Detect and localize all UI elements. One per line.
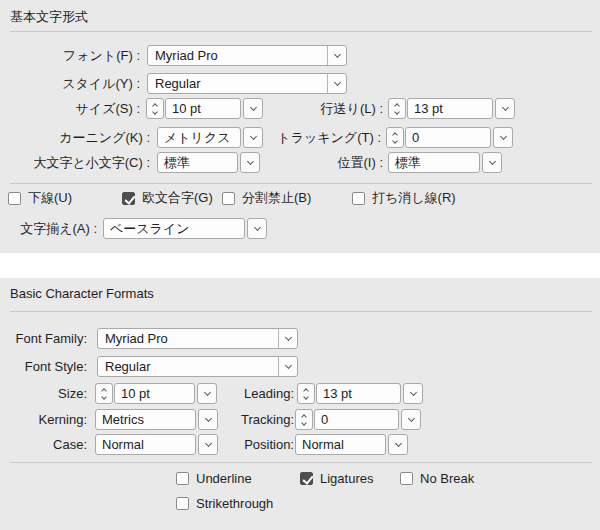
en-no-break-checkbox[interactable]: No Break: [400, 470, 474, 486]
chevron-down-icon: [284, 334, 291, 341]
jp-style-row: スタイル(Y) : Regular: [0, 73, 600, 94]
jp-leading-spinner[interactable]: [388, 98, 406, 119]
jp-position-dropdown-button[interactable]: [482, 152, 502, 173]
jp-underline-checkbox[interactable]: 下線(U): [8, 190, 72, 206]
jp-size-spinner[interactable]: [146, 98, 164, 119]
jp-position-select[interactable]: 標準: [388, 152, 502, 173]
checkbox-label[interactable]: Underline: [196, 471, 252, 486]
jp-align-value[interactable]: ベースライン: [103, 218, 245, 239]
en-leading-spinner[interactable]: [297, 383, 315, 404]
checkbox-box[interactable]: [300, 472, 313, 485]
spinner-up-icon[interactable]: [101, 388, 107, 394]
jp-leading-dropdown-button[interactable]: [495, 98, 515, 119]
en-ligatures-checkbox[interactable]: Ligatures: [300, 470, 373, 486]
en-checkbox-row-2: Strikethrough: [0, 495, 600, 511]
en-position-dropdown-button[interactable]: [388, 434, 408, 455]
checkbox-label[interactable]: 欧文合字(G): [142, 189, 213, 207]
en-size-spinner[interactable]: [95, 383, 113, 404]
spinner-down-icon[interactable]: [152, 109, 158, 115]
en-size-input[interactable]: 10 pt: [114, 383, 195, 404]
chevron-down-icon: [333, 79, 340, 86]
jp-case-row: 大文字と小文字(C) : 標準 位置(I) : 標準: [0, 152, 600, 173]
spinner-up-icon[interactable]: [392, 132, 398, 138]
checkbox-box[interactable]: [222, 192, 235, 205]
jp-leading-spincombo[interactable]: 13 pt: [388, 98, 515, 119]
en-leading-input[interactable]: 13 pt: [316, 383, 401, 404]
jp-strikethrough-checkbox[interactable]: 打ち消し線(R): [352, 190, 456, 206]
en-underline-checkbox[interactable]: Underline: [176, 470, 252, 486]
jp-tracking-spinner[interactable]: [386, 127, 404, 148]
checkbox-box[interactable]: [352, 192, 365, 205]
en-kerning-value[interactable]: Metrics: [95, 409, 196, 430]
en-font-style-value[interactable]: Regular: [98, 357, 278, 376]
spinner-up-icon[interactable]: [152, 103, 158, 109]
checkbox-label[interactable]: 下線(U): [28, 189, 72, 207]
en-tracking-label: Tracking:: [200, 409, 294, 430]
checkbox-label[interactable]: Ligatures: [320, 471, 373, 486]
separator: [10, 31, 592, 32]
checkbox-box[interactable]: [8, 192, 21, 205]
separator: [10, 183, 592, 184]
en-position-value[interactable]: Normal: [295, 434, 386, 455]
checkbox-box[interactable]: [176, 497, 189, 510]
en-strikethrough-checkbox[interactable]: Strikethrough: [176, 495, 273, 511]
en-case-value[interactable]: Normal: [95, 434, 196, 455]
jp-kerning-row: カーニング(K) : メトリクス トラッキング(T) : 0: [0, 127, 600, 148]
jp-position-value[interactable]: 標準: [388, 152, 480, 173]
jp-kerning-value[interactable]: メトリクス: [157, 127, 241, 148]
jp-align-dropdown-button[interactable]: [247, 218, 267, 239]
jp-size-spincombo[interactable]: 10 pt: [146, 98, 263, 119]
spinner-up-icon[interactable]: [301, 414, 307, 420]
en-tracking-input[interactable]: 0: [314, 409, 399, 430]
en-size-row: Size: 10 pt Leading: 13 pt: [0, 383, 600, 404]
en-font-family-value[interactable]: Myriad Pro: [98, 329, 278, 348]
en-tracking-spinner[interactable]: [295, 409, 313, 430]
en-font-style-dropdown-button[interactable]: [278, 357, 297, 376]
checkbox-box[interactable]: [176, 472, 189, 485]
checkbox-label[interactable]: 分割禁止(B): [242, 189, 311, 207]
checkbox-label[interactable]: No Break: [420, 471, 474, 486]
en-tracking-dropdown-button[interactable]: [401, 409, 421, 430]
spinner-down-icon[interactable]: [301, 420, 307, 426]
spinner-down-icon[interactable]: [303, 394, 309, 400]
en-leading-spincombo[interactable]: 13 pt: [297, 383, 423, 404]
checkbox-label[interactable]: Strikethrough: [196, 496, 273, 511]
jp-ligatures-checkbox[interactable]: 欧文合字(G): [122, 190, 213, 206]
jp-case-value[interactable]: 標準: [157, 152, 238, 173]
jp-font-dropdown-button[interactable]: [327, 46, 346, 65]
jp-style-select[interactable]: Regular: [147, 73, 347, 94]
checkbox-box[interactable]: [122, 192, 135, 205]
chevron-down-icon: [501, 104, 508, 111]
chevron-down-icon: [253, 224, 260, 231]
en-checkbox-row-1: Underline Ligatures No Break: [0, 470, 600, 486]
en-size-spincombo[interactable]: 10 pt: [95, 383, 217, 404]
jp-leading-input[interactable]: 13 pt: [407, 98, 493, 119]
en-font-family-dropdown-button[interactable]: [278, 329, 297, 348]
en-tracking-spincombo[interactable]: 0: [295, 409, 421, 430]
jp-tracking-spincombo[interactable]: 0: [386, 127, 513, 148]
spinner-down-icon[interactable]: [394, 109, 400, 115]
spinner-down-icon[interactable]: [101, 394, 107, 400]
en-font-style-select[interactable]: Regular: [97, 356, 298, 377]
jp-align-select[interactable]: ベースライン: [103, 218, 267, 239]
chevron-down-icon: [409, 389, 416, 396]
en-leading-dropdown-button[interactable]: [403, 383, 423, 404]
jp-font-value[interactable]: Myriad Pro: [148, 46, 327, 65]
en-font-family-select[interactable]: Myriad Pro: [97, 328, 298, 349]
checkbox-label[interactable]: 打ち消し線(R): [372, 189, 456, 207]
en-position-select[interactable]: Normal: [295, 434, 408, 455]
jp-size-row: サイズ(S) : 10 pt 行送り(L) : 13 pt: [0, 98, 600, 119]
jp-tracking-input[interactable]: 0: [405, 127, 491, 148]
spinner-up-icon[interactable]: [394, 103, 400, 109]
jp-no-break-checkbox[interactable]: 分割禁止(B): [222, 190, 311, 206]
jp-case-select[interactable]: 標準: [157, 152, 260, 173]
jp-font-select[interactable]: Myriad Pro: [147, 45, 347, 66]
jp-style-dropdown-button[interactable]: [327, 74, 346, 93]
spinner-down-icon[interactable]: [392, 138, 398, 144]
jp-tracking-dropdown-button[interactable]: [493, 127, 513, 148]
spinner-up-icon[interactable]: [303, 388, 309, 394]
jp-size-input[interactable]: 10 pt: [165, 98, 241, 119]
checkbox-box[interactable]: [400, 472, 413, 485]
jp-style-value[interactable]: Regular: [148, 74, 327, 93]
jp-checkbox-row: 下線(U) 欧文合字(G) 分割禁止(B) 打ち消し線(R): [0, 190, 600, 206]
